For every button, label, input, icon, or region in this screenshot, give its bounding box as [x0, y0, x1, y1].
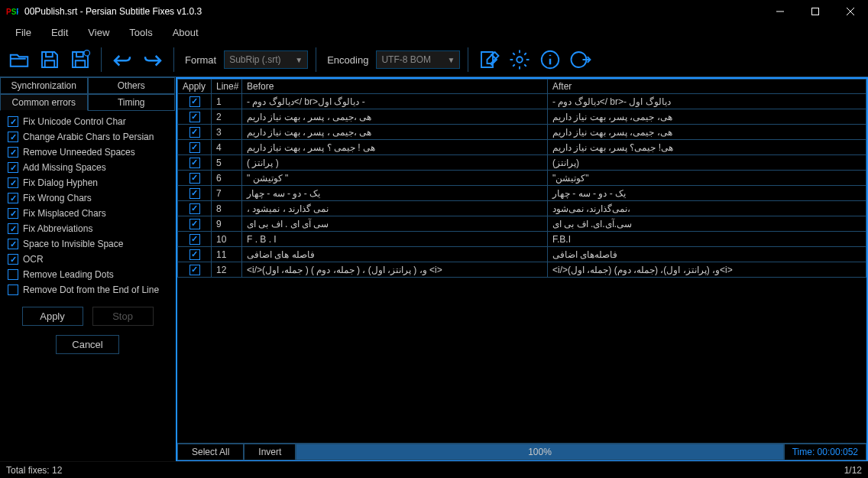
option-item[interactable]: Remove Leading Dots — [5, 268, 170, 281]
exit-button[interactable] — [568, 47, 594, 73]
table-row[interactable]: 9سی آی ای . اف بی ایسی.آی.ای. اف بی ای — [178, 216, 866, 232]
save-button[interactable] — [37, 47, 63, 73]
checkbox[interactable] — [8, 254, 18, 265]
col-header-line[interactable]: Line# — [212, 80, 242, 94]
tab-timing[interactable]: Timing — [88, 94, 176, 111]
menu-file[interactable]: File — [6, 24, 40, 41]
option-item[interactable]: Fix Misplaced Chars — [5, 207, 170, 219]
table-row[interactable]: 7یک - دو - سه - چهاریک - دو - سه - چهار — [178, 186, 866, 201]
redo-button[interactable] — [140, 47, 166, 73]
cell-after: نمی‌گذارند، نمی‌شود، — [548, 201, 866, 216]
minimize-button[interactable] — [763, 0, 798, 23]
cell-apply[interactable] — [178, 186, 212, 201]
maximize-button[interactable] — [798, 0, 833, 23]
checkbox[interactable] — [189, 127, 200, 138]
checkbox[interactable] — [189, 96, 200, 107]
menu-view[interactable]: View — [79, 24, 118, 41]
checkbox[interactable] — [8, 223, 18, 234]
undo-button[interactable] — [109, 47, 135, 73]
table-row[interactable]: 8، نمی گذارند ، نمیشودنمی‌گذارند، نمی‌شو… — [178, 201, 866, 216]
select-all-button[interactable]: Select All — [177, 444, 244, 460]
option-item[interactable]: Change Arabic Chars to Persian — [5, 131, 170, 143]
cell-apply[interactable] — [178, 247, 212, 262]
close-button[interactable] — [833, 0, 868, 23]
checkbox[interactable] — [8, 239, 18, 249]
open-file-button[interactable] — [6, 47, 32, 73]
checkbox[interactable] — [189, 142, 200, 153]
sidebar: Synchronization Others Common errors Tim… — [0, 77, 176, 461]
cell-line: 2 — [212, 109, 242, 125]
checkbox[interactable] — [189, 234, 200, 245]
checkbox[interactable] — [8, 177, 18, 188]
cell-apply[interactable] — [178, 94, 212, 109]
menu-edit[interactable]: Edit — [42, 24, 77, 41]
cancel-button[interactable]: Cancel — [56, 335, 118, 354]
cell-apply[interactable] — [178, 109, 212, 125]
col-header-before[interactable]: Before — [242, 80, 548, 94]
cell-apply[interactable] — [178, 216, 212, 232]
menu-about[interactable]: About — [164, 24, 208, 41]
checkbox[interactable] — [8, 147, 18, 158]
table-row[interactable]: 12<i/>(جمله، اول ) و، ( پرانتز، اول) ، (… — [178, 262, 866, 278]
invert-button[interactable]: Invert — [244, 444, 296, 460]
info-button[interactable] — [537, 47, 563, 73]
col-header-apply[interactable]: Apply — [178, 80, 212, 94]
option-label: Fix Unicode Control Char — [23, 116, 126, 127]
apply-button[interactable]: Apply — [22, 307, 83, 326]
checkbox[interactable] — [8, 208, 18, 219]
table-row[interactable]: 6" کوتیشن ""کوتیشن" — [178, 171, 866, 186]
table-row[interactable]: 4هی ! جیمی ؟ پسر ، بهت نیاز داریمهی! جیم… — [178, 140, 866, 155]
table-row[interactable]: 5( پرانتز )(پرانتز) — [178, 155, 866, 171]
save-as-button[interactable] — [67, 47, 93, 73]
checkbox[interactable] — [189, 265, 200, 275]
table-row[interactable]: 10F . B . IF.B.I — [178, 232, 866, 247]
checkbox[interactable] — [189, 173, 200, 184]
stop-button[interactable]: Stop — [92, 307, 154, 326]
checkbox[interactable] — [8, 285, 18, 295]
tab-others[interactable]: Others — [88, 77, 176, 94]
settings-button[interactable] — [507, 47, 533, 73]
option-item[interactable]: OCR — [5, 253, 170, 265]
toolbar-separator — [316, 47, 316, 72]
option-item[interactable]: Add Missing Spaces — [5, 161, 170, 174]
cell-apply[interactable] — [178, 171, 212, 186]
checkbox[interactable] — [8, 162, 18, 173]
table-row[interactable]: 3هی ،جیمی ، پسر ، بهت نیاز داریمهی، جیمی… — [178, 125, 866, 140]
table-row[interactable]: 1- دیالوگ دوم</ br>دیالوگ اول -- دیالوگ … — [178, 94, 866, 109]
checkbox[interactable] — [189, 249, 200, 260]
table-row[interactable]: 11فاصله های اضافیفاصله‌های اضافی — [178, 247, 866, 262]
checkbox[interactable] — [189, 188, 200, 199]
cell-apply[interactable] — [178, 125, 212, 140]
cell-apply[interactable] — [178, 201, 212, 216]
option-item[interactable]: Space to Invisible Space — [5, 238, 170, 250]
cell-apply[interactable] — [178, 155, 212, 171]
menu-tools[interactable]: Tools — [120, 24, 161, 41]
edit-button[interactable] — [476, 47, 502, 73]
checkbox[interactable] — [189, 219, 200, 229]
format-combo[interactable]: SubRip (.srt) ▼ — [224, 50, 308, 69]
checkbox[interactable] — [189, 158, 200, 168]
table-row[interactable]: 2هی ،جیمی ، پسر ، بهت نیاز داریمهی، جیمی… — [178, 109, 866, 125]
checkbox[interactable] — [8, 132, 18, 142]
encoding-combo[interactable]: UTF-8 BOM ▼ — [376, 50, 460, 69]
col-header-after[interactable]: After — [548, 80, 866, 94]
tab-synchronization[interactable]: Synchronization — [0, 77, 88, 94]
option-item[interactable]: Fix Wrong Chars — [5, 192, 170, 204]
checkbox[interactable] — [8, 193, 18, 203]
cell-apply[interactable] — [178, 262, 212, 278]
option-item[interactable]: Fix Dialog Hyphen — [5, 177, 170, 189]
cell-before: فاصله های اضافی — [242, 247, 548, 262]
option-item[interactable]: Fix Abbreviations — [5, 223, 170, 235]
tab-common-errors[interactable]: Common errors — [0, 94, 88, 111]
cell-apply[interactable] — [178, 140, 212, 155]
cell-apply[interactable] — [178, 232, 212, 247]
checkbox[interactable] — [8, 116, 18, 127]
option-item[interactable]: Remove Dot from the End of Line — [5, 284, 170, 296]
checkbox[interactable] — [189, 112, 200, 122]
checkbox[interactable] — [189, 203, 200, 214]
svg-rect-2 — [812, 8, 819, 15]
option-item[interactable]: Remove Unneeded Spaces — [5, 146, 170, 158]
grid-wrap[interactable]: Apply Line# Before After 1- دیالوگ دوم</… — [177, 79, 866, 443]
checkbox[interactable] — [8, 269, 18, 280]
option-item[interactable]: Fix Unicode Control Char — [5, 115, 170, 128]
